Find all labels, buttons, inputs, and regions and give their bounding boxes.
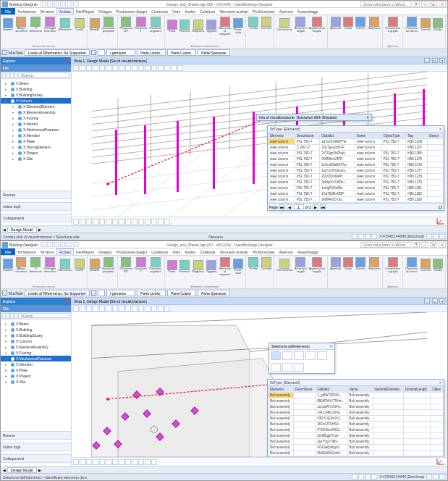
view-button[interactable] (99, 306, 105, 311)
ribbon-button[interactable]: Dettaglio elemento (43, 256, 56, 274)
checkbox[interactable]: ✓ (91, 50, 96, 55)
toolbar-button[interactable] (2, 313, 6, 319)
close-button[interactable]: × (439, 242, 446, 248)
parte-livello-select[interactable]: Parte Livello (137, 49, 166, 56)
toolbar-button[interactable] (7, 72, 10, 78)
level-select[interactable]: Livello di Riferimento; No Supporto▾ (25, 49, 90, 56)
qat-button[interactable] (60, 242, 66, 247)
table-row[interactable]: Bolt assembly2_jq8W73F51h..Bolt assembly (269, 393, 444, 398)
toolbar-button[interactable] (18, 72, 22, 78)
table-row[interactable]: Bolt assembly0fc5Ek6Xb2dn6..Bolt assembl… (269, 451, 444, 456)
view-status-button[interactable] (93, 219, 98, 225)
view-close[interactable]: × (439, 298, 445, 304)
toolbar-button[interactable] (14, 313, 18, 319)
checkbox[interactable]: ✓ (91, 290, 96, 296)
ribbon-button[interactable]: Elemento di supporto (218, 256, 232, 277)
column-element[interactable] (144, 125, 146, 194)
ribbon-button[interactable]: Finestra (179, 16, 190, 36)
view-button[interactable] (86, 65, 92, 71)
qat-button[interactable] (67, 1, 72, 7)
grid-table[interactable]: ElementoDescrizioneGlobalIdNameNominalDi… (268, 386, 444, 456)
tab-analisi[interactable]: Analisi (182, 9, 198, 14)
ribbon-button[interactable]: Parete (355, 16, 366, 30)
parte-colore-select[interactable]: Parte Colore (167, 290, 196, 296)
status-btn[interactable] (358, 474, 364, 480)
tree-node[interactable]: ▸X:Beam (1, 321, 71, 327)
view-button[interactable] (80, 306, 85, 311)
view-button[interactable] (151, 306, 157, 311)
ribbon-button[interactable]: Yi Selezione (28, 256, 43, 274)
ribbon-button[interactable]: Posiziona T (134, 16, 148, 33)
view-status-button[interactable] (145, 459, 151, 465)
view-status-button[interactable] (125, 459, 131, 465)
ribbon-button[interactable]: Riferimenti (57, 16, 72, 33)
page-last[interactable]: ⏭ (320, 204, 326, 209)
explorer-search[interactable] (22, 72, 69, 78)
ribbon-button[interactable]: Ringhiera (367, 16, 381, 30)
view-close[interactable]: × (439, 58, 445, 63)
grid-close-icon[interactable]: × (439, 380, 441, 385)
ribbon-button[interactable]: Oggetto (206, 16, 217, 36)
view-button[interactable] (125, 65, 131, 71)
close-button[interactable]: × (439, 1, 446, 7)
tool-button[interactable] (282, 363, 292, 372)
ribbon-button[interactable]: Porta (166, 256, 178, 277)
ribbon-button[interactable]: Controtrave a griglia (384, 256, 401, 274)
tree-node[interactable]: ▸X:Member (1, 361, 71, 367)
parte-colore-select[interactable]: Parte Colore (167, 49, 196, 56)
tool-button[interactable] (305, 351, 316, 360)
view-button[interactable] (112, 65, 118, 71)
table-row[interactable]: steel columnPSL 75D-71sXm6I8aEKPIvysteel… (269, 162, 444, 168)
view-button[interactable] (73, 65, 79, 71)
status-btn[interactable] (426, 474, 432, 480)
status-btn[interactable] (358, 234, 364, 239)
ribbon-button[interactable]: Allega strumenti (14, 256, 28, 274)
tree-node[interactable]: ▸X:Plate (1, 138, 71, 144)
3d-canvas[interactable]: Selezione dell'elemento× (72, 312, 447, 457)
table-row[interactable]: Bolt assembly3KOxUTDHSd..Bolt assembly (269, 422, 444, 427)
ribbon-button[interactable]: Guida (432, 16, 444, 33)
qat-button[interactable] (41, 242, 46, 247)
table-row[interactable]: Bolt assembly0i7E3eij56kgcd..Bolt assemb… (269, 445, 444, 451)
tool-button[interactable] (271, 363, 281, 372)
ribbon-button[interactable]: Arcarecci singoli (294, 16, 308, 33)
tab-produzione-disegni[interactable]: Produzione disegni (114, 249, 150, 255)
view-status-button[interactable] (99, 459, 105, 465)
view-button[interactable] (138, 306, 144, 311)
table-row[interactable]: steel columnPSL 75D-71uUOCPa1kobv..steel… (269, 168, 444, 174)
status-btn[interactable] (433, 474, 439, 480)
tab-collabora[interactable]: Collabora (198, 249, 217, 255)
tree-node[interactable]: ▸X:Mstrad (1, 121, 71, 127)
table-row[interactable]: Bolt assembly3YDiH6xv5NCk..Bolt assembly (269, 427, 444, 433)
ribbon-button[interactable]: Apertura (329, 256, 342, 271)
tab-vista[interactable]: Vista (170, 249, 182, 255)
parte-spessore-select[interactable]: Parte Spessore (198, 49, 230, 56)
ribbon-button[interactable]: Posiziona T (134, 256, 148, 274)
tab-dati-report[interactable]: Dati/Report (74, 9, 96, 14)
tree-node[interactable]: ▸X:StrongElement (1, 144, 71, 150)
view-status-button[interactable] (106, 219, 111, 225)
qat-button[interactable] (47, 242, 53, 247)
tree-node[interactable]: ▸X:ElementAssembly (1, 109, 71, 115)
ribbon-button[interactable]: Allega strumenti (14, 16, 28, 33)
status-btn[interactable] (426, 234, 432, 239)
tree-node[interactable]: ▸X:Site (1, 156, 71, 162)
toolbar-button[interactable] (10, 72, 14, 78)
tab-strumenti-ausiliari[interactable]: Strumenti ausiliari (217, 249, 250, 255)
view-button[interactable] (151, 65, 157, 71)
column-element[interactable] (213, 117, 215, 189)
tab-assemblaggi[interactable]: Assemblaggi (295, 9, 321, 14)
ribbon-button[interactable]: Posiz. dato (232, 256, 244, 277)
ribbon-button[interactable]: Ringhiera (367, 256, 381, 271)
view-button[interactable] (106, 306, 111, 311)
tab-design-model[interactable]: Design Model (7, 227, 37, 233)
tab-prev[interactable]: ◀ (3, 227, 6, 232)
view-status-button[interactable] (132, 459, 138, 465)
ribbon-button[interactable]: Correnti (420, 256, 431, 274)
status-btn[interactable] (371, 474, 377, 480)
tree-node[interactable]: ▸X:Footing (1, 115, 71, 121)
view-status-button[interactable] (145, 219, 151, 225)
view-status-button[interactable] (158, 219, 164, 225)
qat-button[interactable] (73, 242, 79, 247)
ribbon-button[interactable]: Connetti (260, 256, 272, 271)
